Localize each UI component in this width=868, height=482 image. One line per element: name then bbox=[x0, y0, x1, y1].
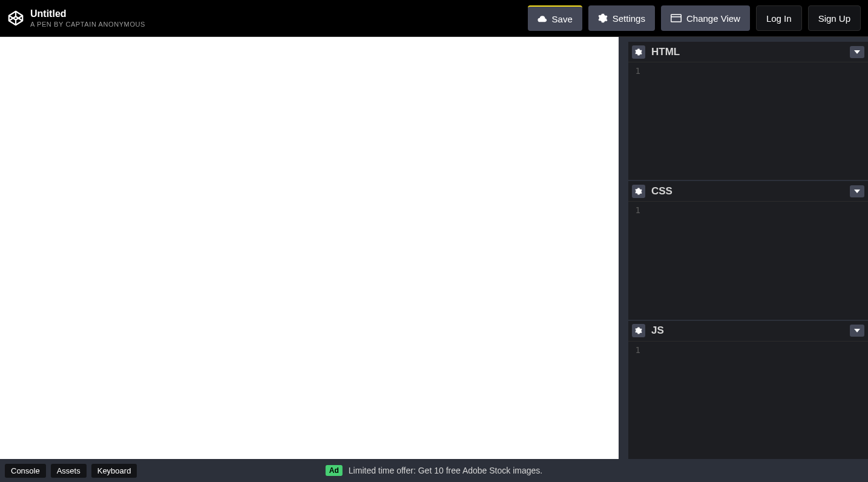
change-view-button[interactable]: Change View bbox=[661, 5, 750, 31]
console-button[interactable]: Console bbox=[5, 464, 46, 478]
editor-pane-js: JS 1 bbox=[628, 321, 868, 459]
code-area-html[interactable]: 1 bbox=[628, 62, 868, 180]
editors-top-gap bbox=[628, 37, 868, 42]
footer-ad[interactable]: Ad Limited time offer: Get 10 free Adobe… bbox=[326, 465, 542, 476]
gear-icon bbox=[635, 188, 642, 195]
pen-byline: A PEN BY CAPTAIN ANONYMOUS bbox=[30, 21, 145, 28]
assets-button[interactable]: Assets bbox=[51, 464, 87, 478]
gear-icon bbox=[598, 13, 608, 23]
pane-header-html: HTML bbox=[628, 42, 868, 62]
signup-button[interactable]: Sign Up bbox=[808, 5, 861, 31]
header-left: Untitled A PEN BY CAPTAIN ANONYMOUS bbox=[7, 8, 145, 28]
pane-title-html: HTML bbox=[651, 46, 680, 58]
gear-icon bbox=[635, 327, 642, 334]
pane-header-left: JS bbox=[632, 324, 664, 337]
pane-title-js: JS bbox=[651, 325, 664, 337]
pane-header-left: HTML bbox=[632, 45, 680, 59]
code-text[interactable] bbox=[645, 202, 868, 319]
chevron-down-icon bbox=[854, 50, 860, 54]
pen-title[interactable]: Untitled bbox=[30, 8, 145, 19]
js-settings-button[interactable] bbox=[632, 324, 645, 337]
login-label: Log In bbox=[766, 13, 792, 24]
html-expand-button[interactable] bbox=[850, 46, 864, 58]
code-area-js[interactable]: 1 bbox=[628, 342, 868, 459]
header-buttons: Save Settings Change View Log In Sign Up bbox=[528, 5, 861, 31]
gear-icon bbox=[635, 48, 642, 56]
pane-header-left: CSS bbox=[632, 185, 672, 198]
editors-column: HTML 1 bbox=[628, 37, 868, 459]
keyboard-button[interactable]: Keyboard bbox=[91, 464, 137, 478]
editor-pane-css: CSS 1 bbox=[628, 181, 868, 319]
settings-label: Settings bbox=[613, 13, 645, 24]
main: HTML 1 bbox=[0, 37, 868, 459]
pane-header-css: CSS bbox=[628, 181, 868, 202]
codepen-logo-icon[interactable] bbox=[7, 10, 24, 27]
ad-badge: Ad bbox=[326, 465, 343, 476]
footer: Console Assets Keyboard Ad Limited time … bbox=[0, 459, 868, 482]
save-button[interactable]: Save bbox=[528, 5, 582, 31]
css-expand-button[interactable] bbox=[850, 185, 864, 197]
view-icon bbox=[671, 14, 682, 22]
cloud-icon bbox=[538, 15, 547, 22]
header: Untitled A PEN BY CAPTAIN ANONYMOUS Save… bbox=[0, 0, 868, 37]
js-expand-button[interactable] bbox=[850, 325, 864, 337]
svg-rect-3 bbox=[671, 15, 682, 22]
css-settings-button[interactable] bbox=[632, 185, 645, 198]
signup-label: Sign Up bbox=[818, 13, 850, 24]
vertical-resizer[interactable] bbox=[619, 37, 628, 459]
code-text[interactable] bbox=[645, 62, 868, 180]
code-area-css[interactable]: 1 bbox=[628, 202, 868, 319]
editor-pane-html: HTML 1 bbox=[628, 42, 868, 180]
login-button[interactable]: Log In bbox=[756, 5, 802, 31]
settings-button[interactable]: Settings bbox=[588, 5, 655, 31]
code-text[interactable] bbox=[645, 342, 868, 459]
chevron-down-icon bbox=[854, 190, 860, 193]
pane-title-css: CSS bbox=[651, 185, 672, 197]
line-number: 1 bbox=[628, 62, 645, 180]
preview-pane[interactable] bbox=[0, 37, 619, 459]
chevron-down-icon bbox=[854, 329, 860, 332]
html-settings-button[interactable] bbox=[632, 45, 645, 59]
line-number: 1 bbox=[628, 342, 645, 459]
line-number: 1 bbox=[628, 202, 645, 319]
save-label: Save bbox=[552, 14, 573, 24]
change-view-label: Change View bbox=[686, 13, 740, 24]
title-block: Untitled A PEN BY CAPTAIN ANONYMOUS bbox=[30, 8, 145, 28]
pane-header-js: JS bbox=[628, 321, 868, 342]
ad-text: Limited time offer: Get 10 free Adobe St… bbox=[349, 466, 542, 475]
